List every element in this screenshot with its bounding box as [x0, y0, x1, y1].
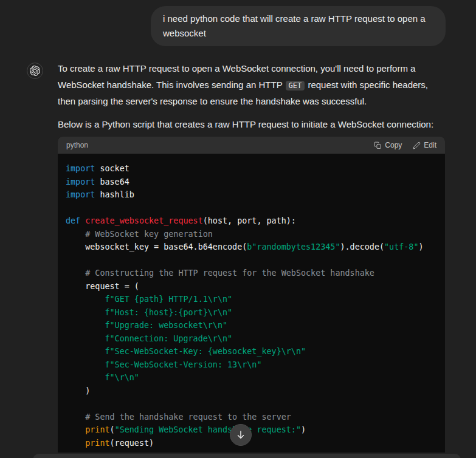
assistant-message: To create a raw HTTP request to open a W… [58, 61, 446, 454]
assistant-paragraph-2: Below is a Python script that creates a … [58, 117, 446, 133]
scroll-to-bottom-button[interactable] [230, 424, 252, 446]
code-actions: Copy Edit [374, 141, 436, 149]
copy-icon [374, 142, 382, 149]
copy-label: Copy [385, 141, 402, 149]
code-block: python Copy [58, 137, 445, 454]
edit-button[interactable]: Edit [413, 141, 436, 149]
arrow-down-icon [235, 429, 246, 440]
inline-code-chip: GET [286, 81, 305, 91]
edit-pencil-icon [413, 142, 421, 149]
user-message-bubble: i need python code that will create a ra… [151, 6, 446, 46]
code-block-header: python Copy [58, 137, 445, 154]
chat-page: i need python code that will create a ra… [0, 0, 476, 458]
composer-input-edge[interactable] [33, 454, 461, 458]
copy-button[interactable]: Copy [374, 141, 402, 149]
user-message-text: i need python code that will create a ra… [163, 13, 426, 38]
code-language-label: python [66, 141, 88, 149]
code-content: import socketimport base64import hashlib… [58, 154, 445, 454]
edit-label: Edit [424, 141, 436, 149]
assistant-paragraph-1: To create a raw HTTP request to open a W… [58, 61, 446, 110]
openai-logo-icon [30, 66, 40, 76]
assistant-avatar [27, 63, 43, 79]
